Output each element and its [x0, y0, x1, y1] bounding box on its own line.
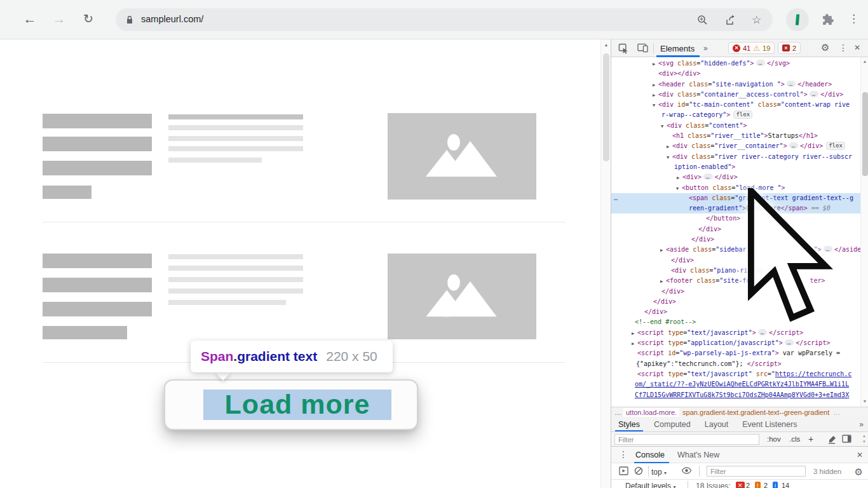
- rendering-brush-icon[interactable]: [827, 435, 836, 444]
- expand-arrow-open-icon[interactable]: ▼: [665, 152, 671, 163]
- tree-line[interactable]: ▼<div class="content">: [611, 121, 860, 131]
- clear-console-icon[interactable]: [634, 466, 643, 475]
- scrollbar-thumb[interactable]: [862, 92, 868, 176]
- url-bar[interactable]: sampleurl.com/ ☆: [116, 8, 773, 31]
- breadcrumb-ellipsis[interactable]: …: [833, 409, 840, 416]
- extensions-puzzle-icon[interactable]: [822, 13, 835, 26]
- devtools-kebab-icon[interactable]: ⋮: [839, 43, 848, 53]
- skeleton-line: [168, 288, 303, 294]
- code-segment: "river__title": [710, 132, 764, 139]
- tab-whats-new[interactable]: What's New: [677, 451, 719, 459]
- code-segment: <div: [658, 101, 674, 108]
- skeleton-line: [168, 158, 262, 163]
- expand-arrow-closed-icon[interactable]: ▶: [651, 80, 657, 90]
- back-icon[interactable]: ←: [19, 9, 41, 30]
- bookmark-star-icon[interactable]: ☆: [752, 13, 761, 27]
- image-placeholder: [388, 254, 536, 339]
- tree-line[interactable]: <script type="text/javascript" src="http…: [611, 369, 860, 379]
- expand-arrow-closed-icon[interactable]: ▶: [651, 90, 657, 100]
- context-selector[interactable]: top ▾: [651, 468, 667, 477]
- breadcrumb-item-button[interactable]: utton.load-more.: [623, 408, 679, 417]
- tab-elements[interactable]: Elements: [660, 44, 695, 53]
- expand-arrow-open-icon[interactable]: ▼: [651, 100, 657, 111]
- more-tabs-chevron[interactable]: »: [703, 44, 708, 53]
- tree-line[interactable]: iption-enabled">: [611, 162, 860, 172]
- styles-tab-event-listeners[interactable]: Event Listeners: [735, 417, 804, 431]
- tree-line[interactable]: ▶<header class="site-navigation ">…</hea…: [611, 79, 860, 90]
- inspect-element-icon[interactable]: [618, 43, 629, 54]
- tree-line[interactable]: ▼<div class="river river--category river…: [611, 152, 860, 162]
- scroll-down-icon[interactable]: ▼: [861, 399, 868, 403]
- tree-line[interactable]: ▼<div id="tc-main-content" class="conten…: [611, 100, 860, 110]
- console-sidebar-icon[interactable]: [619, 466, 628, 475]
- settings-gear-icon[interactable]: ⚙: [821, 42, 829, 53]
- more-tabs-chevron[interactable]: »: [859, 420, 864, 429]
- devtools-close-icon[interactable]: ✕: [854, 43, 860, 52]
- expand-arrow-closed-icon[interactable]: ▶: [658, 276, 665, 287]
- styles-filter-input[interactable]: [614, 434, 759, 445]
- extension-badge[interactable]: [786, 8, 809, 31]
- tree-line[interactable]: ▶<script type="text/javascript">…</scrip…: [611, 328, 860, 338]
- devtools-scrollbar[interactable]: ▲ ▼: [860, 57, 868, 407]
- expand-arrow-open-icon[interactable]: ▼: [659, 121, 665, 132]
- issues-badge[interactable]: ✕ 2: [778, 42, 801, 54]
- load-more-button[interactable]: Load more: [164, 379, 418, 430]
- tree-line[interactable]: r-wrap--category">flex: [611, 110, 860, 120]
- hidden-messages-count[interactable]: 3 hidden: [813, 468, 841, 475]
- tree-line[interactable]: <div></div>: [611, 69, 860, 79]
- scroll-up-icon[interactable]: ▲: [861, 59, 868, 64]
- expand-arrow-closed-icon[interactable]: ▶: [675, 173, 681, 183]
- expand-arrow-closed-icon[interactable]: ▶: [630, 329, 636, 339]
- share-icon[interactable]: [724, 14, 736, 26]
- expand-arrow-open-icon[interactable]: ▼: [674, 184, 681, 194]
- console-filter-input[interactable]: [707, 466, 806, 477]
- tree-line[interactable]: ▶<div class="river__container">…</div>fl…: [611, 141, 860, 151]
- styles-tab-styles[interactable]: Styles: [611, 417, 647, 431]
- expand-arrow-closed-icon[interactable]: ▶: [651, 59, 657, 69]
- mini-scrollbar[interactable]: ▲▼: [861, 433, 867, 445]
- code-segment: >: [726, 111, 730, 118]
- breadcrumb-item-span[interactable]: span.gradient-text.gradient-text--green-…: [682, 409, 829, 416]
- tree-line[interactable]: ▶<svg class="hidden-defs">…</svg>: [611, 58, 860, 69]
- drawer-close-icon[interactable]: ✕: [857, 451, 863, 459]
- expand-arrow-closed-icon[interactable]: ▶: [630, 339, 636, 349]
- scroll-up-icon[interactable]: ▲: [601, 43, 611, 47]
- device-toolbar-icon[interactable]: [637, 43, 648, 53]
- url-text[interactable]: sampleurl.com/: [141, 14, 203, 24]
- code-segment: <header: [658, 81, 685, 88]
- drawer-kebab-icon[interactable]: ⋮: [619, 449, 628, 459]
- tree-line[interactable]: ▶<script type="application/javascript">……: [611, 338, 860, 348]
- code-segment: "hidden-defs": [700, 60, 750, 67]
- new-style-rule-plus-icon[interactable]: +: [808, 434, 813, 444]
- line-gutter-ellipsis-icon[interactable]: …: [614, 193, 618, 203]
- styles-tab-layout[interactable]: Layout: [698, 417, 736, 431]
- breadcrumb-ellipsis[interactable]: …: [614, 409, 621, 416]
- expand-arrow-closed-icon[interactable]: ▶: [665, 142, 671, 152]
- tree-line[interactable]: om/_static/??-eJyNzUEOwiAQheELCdPGRtkYz4…: [611, 379, 860, 390]
- tooltip-dimensions: 220 x 50: [326, 349, 377, 363]
- log-levels-dropdown[interactable]: Default levels ▾: [625, 482, 675, 488]
- tree-line[interactable]: <h1 class="river__title">Startups</h1>: [611, 131, 860, 141]
- browser-menu-kebab-icon[interactable]: ⋮: [848, 12, 858, 25]
- eye-icon[interactable]: [681, 466, 692, 475]
- tab-console[interactable]: Console: [635, 451, 665, 459]
- styles-tab-computed[interactable]: Computed: [647, 417, 698, 431]
- reload-icon[interactable]: ↻: [78, 9, 99, 30]
- tree-line[interactable]: ▶<div>…</div>: [611, 172, 860, 182]
- console-settings-gear-icon[interactable]: ⚙: [855, 466, 863, 478]
- scrollbar-thumb[interactable]: [603, 53, 609, 161]
- expand-arrow-closed-icon[interactable]: ▶: [658, 245, 665, 255]
- page-scrollbar[interactable]: ▲: [600, 39, 611, 488]
- issues-summary-label[interactable]: 18 Issues:: [696, 482, 731, 488]
- cls-toggle[interactable]: .cls: [789, 435, 800, 443]
- tree-line[interactable]: <script id="wp-parsely-api-js-extra"> va…: [611, 348, 860, 358]
- sidebar-layout-icon[interactable]: [842, 435, 851, 443]
- tree-line[interactable]: Cf7LD15GvWRRFIXVTuG8k7St9bci7OdsZHp04AAm…: [611, 390, 860, 400]
- tree-line[interactable]: {"apikey":"techcrunch.com"}; </script>: [611, 359, 860, 369]
- code-segment: <div: [671, 267, 686, 274]
- hov-toggle[interactable]: :hov: [767, 435, 781, 443]
- tree-line[interactable]: ▶<div class="container__access-control">…: [611, 90, 860, 100]
- zoom-icon[interactable]: [697, 15, 708, 25]
- errors-warnings-badge[interactable]: ✕ 41 ⚠ 19: [728, 42, 775, 54]
- skeleton-card: [43, 114, 566, 203]
